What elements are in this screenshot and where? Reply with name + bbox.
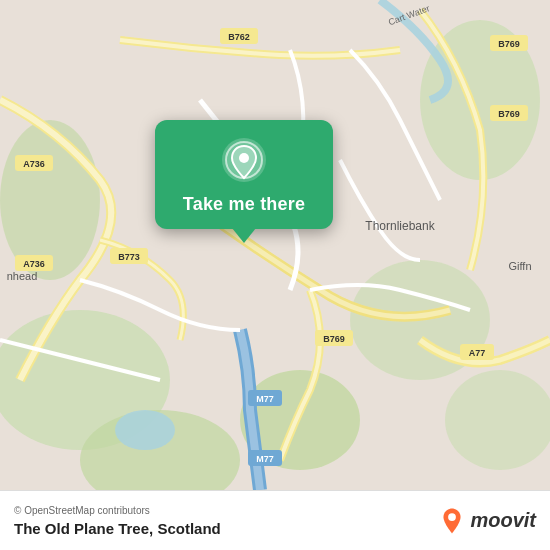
svg-text:B769: B769 [323, 334, 345, 344]
svg-point-7 [445, 370, 550, 470]
svg-text:B769: B769 [498, 109, 520, 119]
svg-text:A77: A77 [469, 348, 486, 358]
moovit-pin-icon [438, 507, 466, 535]
svg-text:Giffn: Giffn [508, 260, 531, 272]
svg-text:M77: M77 [256, 394, 274, 404]
svg-point-8 [115, 410, 175, 450]
svg-text:M77: M77 [256, 454, 274, 464]
location-pin-icon [220, 136, 268, 184]
svg-text:Thornliebank: Thornliebank [365, 219, 435, 233]
svg-text:B769: B769 [498, 39, 520, 49]
map-view: A736 A736 B762 B769 B769 B773 B769 M77 [0, 0, 550, 490]
place-info: © OpenStreetMap contributors The Old Pla… [14, 505, 221, 537]
svg-text:A736: A736 [23, 159, 45, 169]
svg-text:B762: B762 [228, 32, 250, 42]
svg-point-36 [449, 513, 457, 521]
popup-label: Take me there [183, 194, 305, 215]
location-popup[interactable]: Take me there [155, 120, 333, 229]
osm-credit: © OpenStreetMap contributors [14, 505, 221, 516]
place-name: The Old Plane Tree, Scotland [14, 520, 221, 537]
map-svg: A736 A736 B762 B769 B769 B773 B769 M77 [0, 0, 550, 490]
svg-text:B773: B773 [118, 252, 140, 262]
svg-text:A736: A736 [23, 259, 45, 269]
bottom-bar: © OpenStreetMap contributors The Old Pla… [0, 490, 550, 550]
svg-point-35 [239, 153, 249, 163]
moovit-brand-text: moovit [470, 509, 536, 532]
svg-text:nhead: nhead [7, 270, 38, 282]
moovit-logo: moovit [438, 507, 536, 535]
